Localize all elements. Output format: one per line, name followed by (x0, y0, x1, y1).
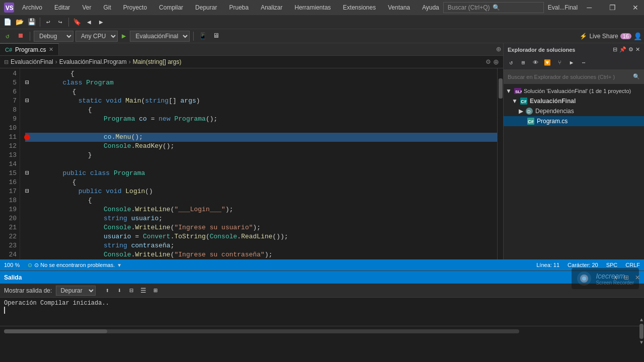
menu-compilar[interactable]: Compilar (155, 3, 187, 12)
breadcrumb-method[interactable]: Main(string[] args) (133, 58, 182, 65)
code-line-7: ⊟ static void Main(string[] args) (25, 97, 497, 106)
output-vscrollbar[interactable]: ▲ ▼ (639, 317, 644, 345)
open-button[interactable]: 📂 (14, 17, 25, 28)
se-project-item[interactable]: ▼ C# EvaluaciónFinal (504, 96, 644, 106)
ln10: 10 (0, 124, 17, 133)
project-dropdown[interactable]: EvaluaciónFinal (130, 31, 190, 42)
maximize-button[interactable]: ❐ (601, 0, 624, 15)
breadcrumb-file[interactable]: EvaluaciónFinal.Program (59, 58, 127, 65)
svg-text:VS: VS (6, 5, 14, 12)
output-content[interactable]: Operación Compilar iniciada.. (0, 298, 644, 326)
scrollbar-thumb[interactable] (499, 78, 503, 99)
sep4 (193, 32, 194, 41)
redo-button[interactable]: ↪ (55, 17, 66, 28)
menu-proyecto[interactable]: Proyecto (119, 3, 151, 12)
code-line-14 (25, 160, 497, 169)
stop-button[interactable]: ⏹ (15, 31, 26, 42)
output-scrollbar-area[interactable]: ▲ ▼ (0, 326, 644, 336)
output-btn3[interactable]: ⊟ (126, 285, 137, 296)
nav-back-button[interactable]: ◀ (84, 17, 95, 28)
bookmark-button[interactable]: 🔖 (71, 17, 83, 28)
tab-program-cs[interactable]: C# Program.cs ✕ (0, 43, 59, 55)
se-show-all-button[interactable]: 👁 (530, 57, 541, 68)
breadcrumb-project[interactable]: EvaluaciónFinal (11, 58, 53, 65)
settings-icon[interactable]: ⚙ (486, 58, 491, 65)
minimize-button[interactable]: ─ (578, 0, 601, 15)
output-source-select[interactable]: Depurar Compilar (56, 286, 96, 296)
code-editor[interactable]: 4 5 6 7 8 9 10 11 12 13 14 15 16 17 18 1… (0, 68, 503, 259)
output-scroll-up[interactable]: ▲ (640, 317, 643, 323)
menu-archivo[interactable]: Archivo (18, 3, 46, 12)
debug-dropdown[interactable]: Debug Release (34, 31, 73, 42)
ln14: 14 (0, 160, 17, 169)
output-btn2[interactable]: ⬇ (114, 285, 125, 296)
se-close-icon[interactable]: ✕ (635, 46, 640, 53)
output-btn1[interactable]: ⬆ (102, 285, 113, 296)
output-float-icon[interactable]: ⊞ (624, 274, 629, 281)
menu-analizar[interactable]: Analizar (257, 3, 286, 12)
undo-button[interactable]: ↩ (43, 17, 54, 28)
save-all-button[interactable]: 💾 (26, 17, 37, 28)
se-deps-item[interactable]: ▶ D Dependencias (504, 106, 644, 116)
tab-close-button[interactable]: ✕ (49, 46, 53, 53)
nav-forward-button[interactable]: ▶ (96, 17, 107, 28)
ln21: 21 (0, 223, 17, 232)
search-bar[interactable]: Buscar (Ctrl+Q) 🔍 (443, 2, 544, 13)
svg-text:SLN: SLN (515, 89, 522, 94)
ln22: 22 (0, 232, 17, 241)
output-btn4[interactable]: ☰ (138, 285, 149, 296)
screen-button[interactable]: 🖥 (210, 31, 221, 42)
close-button[interactable]: ✕ (624, 0, 644, 15)
se-git-button[interactable]: ⑂ (554, 57, 565, 68)
se-settings-icon[interactable]: ⚙ (628, 46, 633, 53)
ln19: 19 (0, 205, 17, 214)
se-solution-item[interactable]: ▼ SLN Solución 'EvaluaciónFinal' (1 de 1… (504, 86, 644, 96)
se-collapse-icon[interactable]: ⊟ (613, 46, 617, 53)
se-search-input[interactable] (508, 74, 631, 80)
output-scroll-down[interactable]: ▼ (640, 340, 643, 345)
se-filter-button[interactable]: 🔽 (542, 57, 553, 68)
ln7: 7 (0, 97, 17, 106)
live-share-area[interactable]: ⚡ Live Share 16 👤 (580, 32, 642, 40)
ln4: 4 (0, 69, 17, 78)
menu-editar[interactable]: Editar (50, 3, 74, 12)
output-scrollbar-thumb[interactable] (4, 329, 107, 333)
new-file-button[interactable]: 📄 (2, 17, 13, 28)
menu-ayuda[interactable]: Ayuda (418, 3, 443, 12)
vertical-scrollbar[interactable] (497, 68, 503, 259)
svg-text:C#: C# (528, 119, 534, 124)
refresh-button[interactable]: ↺ (2, 31, 13, 42)
menu-prueba[interactable]: Prueba (225, 3, 253, 12)
cpu-dropdown[interactable]: Any CPU x64 x86 (75, 31, 118, 42)
status-char: Carácter: 20 (568, 262, 598, 268)
se-pin-icon[interactable]: 📌 (619, 46, 626, 53)
new-tab-icon: ⊕ (496, 44, 501, 54)
se-programcs-item[interactable]: C# Program.cs (504, 116, 644, 126)
output-scrollbar[interactable] (4, 329, 519, 333)
output-collapse-icon[interactable]: ∧ (613, 274, 618, 281)
code-line-19: Console.WriteLine("___Login___"); (25, 205, 497, 214)
output-btn5[interactable]: ⊞ (150, 285, 161, 296)
menu-ventana[interactable]: Ventana (384, 3, 414, 12)
status-right-area: Línea: 11 Carácter: 20 SPC CRLF (536, 262, 640, 268)
ok-icon: ⊙ (28, 262, 32, 268)
se-sync-button[interactable]: ↺ (506, 57, 517, 68)
menu-ver[interactable]: Ver (78, 3, 95, 12)
menu-depurar[interactable]: Depurar (191, 3, 221, 12)
status-ok-indicator[interactable]: ⊙ ⊙ No se encontraron problemas. ▼ (28, 262, 122, 268)
output-vscroll-thumb[interactable] (639, 324, 643, 339)
status-zoom[interactable]: 100 % (4, 262, 20, 268)
se-search-bar[interactable]: 🔍 (504, 70, 644, 84)
se-more-button[interactable]: ⋯ (578, 57, 589, 68)
tab-overflow-area: ⊕ (59, 43, 503, 55)
device-button[interactable]: 📱 (197, 31, 208, 42)
code-content[interactable]: { ⊟ class Program { ⊟ static void Mai (20, 68, 497, 259)
se-preview-button[interactable]: ▶ (566, 57, 577, 68)
se-props-button[interactable]: ⊞ (518, 57, 529, 68)
output-close-icon[interactable]: ✕ (635, 274, 640, 281)
menu-herramientas[interactable]: Herramientas (291, 3, 335, 12)
menu-git[interactable]: Git (99, 3, 115, 12)
start-button[interactable]: ▶ (120, 32, 128, 40)
menu-extensiones[interactable]: Extensiones (339, 3, 380, 12)
add-icon[interactable]: ⊕ (493, 58, 499, 66)
